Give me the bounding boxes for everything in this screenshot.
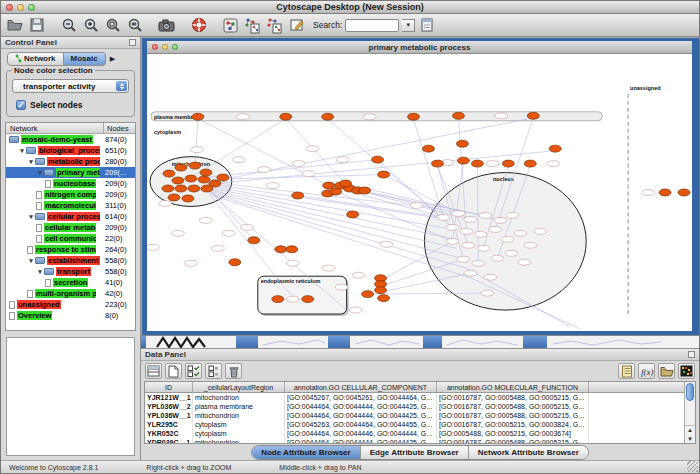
scrollbar-arrows[interactable]: ▲▼ [685, 425, 695, 443]
saved-search-icon[interactable] [418, 16, 437, 35]
network-node[interactable] [229, 259, 241, 266]
network-node-unhighlighted[interactable] [524, 242, 537, 248]
vizmapper-icon[interactable] [221, 16, 240, 35]
table-row[interactable]: YJR121W__1mitochondrion[GO:0045267, GO:0… [145, 393, 695, 402]
network-node[interactable] [456, 140, 468, 147]
network-node[interactable] [527, 112, 539, 119]
tree-row-overview[interactable]: Overview8(0) [6, 310, 135, 321]
network-node-unhighlighted[interactable] [481, 290, 494, 296]
network-node-unhighlighted[interactable] [286, 296, 299, 302]
tree-row-biological-process[interactable]: ▾biological_process651(0) [6, 145, 135, 156]
network-node[interactable] [175, 185, 187, 192]
resize-grip[interactable] [687, 461, 698, 472]
tree-row-nucleobase-[interactable]: nucleobase-209(0) [6, 178, 135, 189]
new-attribute-icon[interactable] [165, 363, 182, 379]
network-node[interactable] [217, 174, 229, 181]
network-node-unhighlighted[interactable] [232, 157, 245, 163]
network-node-unhighlighted[interactable] [460, 228, 473, 234]
tree-row-primary-metabol[interactable]: ▾primary metabol209(... [6, 167, 135, 178]
network-node[interactable] [280, 113, 292, 120]
network-node[interactable] [457, 157, 469, 164]
table-column-header[interactable]: annotation.GO CELLULAR_COMPONENT [285, 382, 437, 392]
unselect-attributes-icon[interactable] [205, 363, 222, 379]
table-scrollbar[interactable]: ▲▼ [684, 382, 695, 443]
float-data-panel-icon[interactable] [688, 351, 695, 358]
save-session-button[interactable] [27, 16, 46, 35]
tab-overflow-arrow[interactable]: ▶ [110, 55, 115, 63]
network-node-unhighlighted[interactable] [302, 171, 315, 177]
network-node[interactable] [452, 112, 464, 119]
network-node-unhighlighted[interactable] [446, 224, 459, 230]
network-node-unhighlighted[interactable] [484, 274, 497, 280]
network-node-unhighlighted[interactable] [464, 270, 477, 276]
network-node-unhighlighted[interactable] [352, 272, 365, 278]
network-node-unhighlighted[interactable] [437, 214, 450, 220]
network-node[interactable] [189, 162, 201, 169]
network-node[interactable] [168, 194, 180, 201]
network-node-unhighlighted[interactable] [518, 259, 531, 265]
tree-row-cell-communicat[interactable]: cell communicat22(0) [6, 233, 135, 244]
tree-row-multi-organism-pro[interactable]: multi-organism pro42(0) [6, 288, 135, 299]
formula-builder-icon[interactable]: f(x) [638, 363, 655, 379]
tree-expand-arrow[interactable]: ▾ [27, 257, 35, 265]
network-node[interactable] [323, 182, 335, 189]
network-node[interactable] [347, 211, 359, 218]
network-node-unhighlighted[interactable] [266, 183, 279, 189]
network-node-unhighlighted[interactable] [257, 167, 270, 173]
network-node-unhighlighted[interactable] [211, 245, 224, 251]
network-node[interactable] [172, 177, 184, 184]
network-node-unhighlighted[interactable] [472, 260, 485, 266]
table-row[interactable]: YPL036W__1mitochondrion[GO:0044464, GO:0… [145, 411, 695, 420]
attribute-grid-icon[interactable] [145, 363, 162, 379]
help-lifesaver-icon[interactable] [189, 16, 208, 35]
network-canvas[interactable]: plasma membranecytoplasmmitochondrionnuc… [147, 54, 692, 331]
network-node[interactable] [330, 188, 342, 195]
network-node-unhighlighted[interactable] [240, 224, 253, 230]
table-row[interactable]: YPL036W__2plasma membrane[GO:0044464, GO… [145, 402, 695, 411]
select-attributes-icon[interactable] [185, 363, 202, 379]
network-node[interactable] [678, 189, 690, 196]
network-node-unhighlighted[interactable] [184, 260, 197, 266]
table-column-header[interactable]: ID [145, 382, 193, 392]
attribute-table-header[interactable]: ID_cellularLayoutRegionannotation.GO CEL… [145, 382, 695, 393]
network-node-unhighlighted[interactable] [547, 161, 560, 167]
network-node[interactable] [200, 169, 212, 176]
network-node-unhighlighted[interactable] [190, 147, 203, 153]
tree-row-establishment-of-lo[interactable]: ▾establishment of lo558(0) [6, 255, 135, 266]
open-session-button[interactable] [5, 16, 24, 35]
tab-network-attribute-browser[interactable]: Network Attribute Browser [469, 446, 588, 459]
network-node[interactable] [188, 185, 200, 192]
tree-row-secretion[interactable]: secretion41(0) [6, 277, 135, 288]
network-node[interactable] [162, 185, 174, 192]
scrollbar-thumb[interactable] [686, 383, 694, 401]
network-node-unhighlighted[interactable] [534, 228, 547, 234]
search-input[interactable] [345, 19, 399, 32]
import-attributes-folder-icon[interactable] [658, 363, 675, 379]
tree-row-transport[interactable]: ▾transport558(0) [6, 266, 135, 277]
table-column-header[interactable]: annotation.GO MOLECULAR_FUNCTION [437, 382, 589, 392]
network-node-unhighlighted[interactable] [477, 245, 490, 251]
tab-mosaic[interactable]: Mosaic [64, 52, 106, 66]
network-node[interactable] [185, 175, 197, 182]
tree-row-macromolecule[interactable]: macromolecule311(0) [6, 200, 135, 211]
tab-edge-attribute-browser[interactable]: Edge Attribute Browser [361, 446, 469, 459]
network-node-unhighlighted[interactable] [457, 256, 470, 262]
network-node[interactable] [302, 296, 314, 303]
network-from-selected-edges-icon[interactable] [265, 16, 284, 35]
network-node[interactable] [322, 113, 334, 120]
attribute-editor-icon[interactable] [618, 363, 635, 379]
tree-expand-arrow[interactable]: ▾ [27, 158, 35, 166]
table-column-header[interactable]: _cellularLayoutRegion [193, 382, 285, 392]
annotation-icon[interactable] [287, 16, 306, 35]
network-node[interactable] [359, 187, 371, 194]
tree-expand-arrow[interactable]: ▾ [36, 169, 44, 177]
network-node[interactable] [340, 180, 352, 187]
tree-expand-arrow[interactable]: ▾ [18, 147, 26, 155]
network-node-unhighlighted[interactable] [506, 212, 519, 218]
table-row[interactable]: YDR039C__1mitochondrion[GO:0044464, GO:0… [145, 438, 695, 444]
node-color-combobox[interactable]: transporter activity [12, 79, 129, 93]
network-node[interactable] [175, 164, 187, 171]
network-node-unhighlighted[interactable] [322, 265, 335, 271]
network-node-unhighlighted[interactable] [494, 217, 507, 223]
network-node[interactable] [163, 170, 175, 177]
